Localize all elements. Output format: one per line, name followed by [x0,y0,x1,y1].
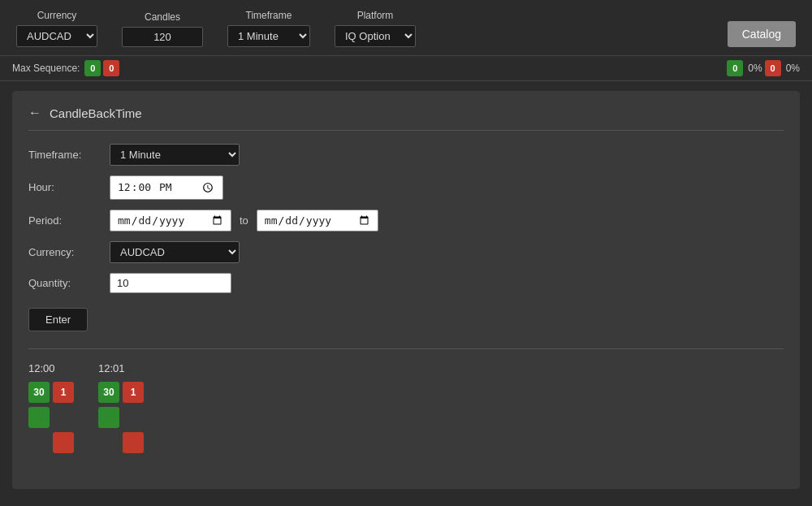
platform-field: Platform IQ Option Binomo [335,10,416,47]
page-title: CandleBackTime [50,106,142,120]
badges-row-1200-bot [28,432,74,453]
form-quantity-label: Quantity: [28,277,102,289]
back-arrow-icon[interactable]: ← [28,106,41,120]
timeframe-select[interactable]: 1 Minute 5 Minutes 15 Minutes [227,25,310,47]
badges-row-1200-mid [28,407,74,428]
badges-row-1201-top: 30 1 [98,382,144,403]
status-badge-red2: 0 [765,60,781,76]
form-currency-select[interactable]: AUDCAD EURUSD GBPUSD [110,241,240,263]
time-block-1201: 12:01 30 1 [98,362,144,453]
currency-field: Currency AUDCAD EURUSD GBPUSD [16,10,97,47]
form-period-label: Period: [28,214,102,227]
status-bar: Max Sequence: 0 0 0 0% 0 0% [0,55,812,81]
form-timeframe-label: Timeframe: [28,149,102,161]
badges-row-1201-mid [98,407,144,428]
badge-1200-red1: 1 [53,382,74,403]
platform-label: Platform [357,10,394,21]
results-row: 12:00 30 1 12:01 30 1 [28,362,784,453]
status-badge-green2: 0 [727,60,743,76]
period-from-input[interactable] [110,210,231,231]
badge-1201-red2 [123,432,144,453]
quantity-input[interactable] [110,273,231,293]
to-text: to [240,214,248,227]
badge-1200-green1: 30 [28,382,50,403]
time-block-1200: 12:00 30 1 [28,362,74,453]
status-badge-red1: 0 [103,60,119,76]
currency-row: Currency: AUDCAD EURUSD GBPUSD [28,241,784,263]
status-right: 0 0% 0 0% [727,60,800,76]
badge-1201-red1: 1 [123,382,144,403]
badge-1201-green2 [98,407,119,428]
timeframe-row: Timeframe: 1 Minute 5 Minutes 15 Minutes [28,144,784,166]
timeframe-field: Timeframe 1 Minute 5 Minutes 15 Minutes [227,10,310,47]
period-to-input[interactable] [257,210,378,231]
form-timeframe-select[interactable]: 1 Minute 5 Minutes 15 Minutes [110,144,240,166]
currency-select[interactable]: AUDCAD EURUSD GBPUSD [16,25,97,47]
form-divider [28,348,784,349]
badges-row-1200-top: 30 1 [28,382,74,403]
timeframe-label: Timeframe [246,10,292,21]
form-currency-label: Currency: [28,246,102,258]
period-row: Period: to [28,210,784,231]
time-label-1201: 12:01 [98,362,144,374]
candles-input[interactable] [122,27,203,47]
platform-select[interactable]: IQ Option Binomo [335,25,416,47]
header-divider [28,130,784,131]
badge-1201-green1: 30 [98,382,119,403]
candles-label: Candles [145,11,180,23]
max-sequence-label: Max Sequence: [12,63,80,74]
badges-row-1201-bot [98,432,144,453]
quantity-row: Quantity: [28,273,784,293]
status-pct1: 0% [748,63,762,74]
badge-1200-red2 [53,432,74,453]
catalog-button[interactable]: Catalog [728,21,796,47]
status-badge-green1: 0 [84,60,101,76]
main-content: ← CandleBackTime Timeframe: 1 Minute 5 M… [12,91,800,489]
hour-row: Hour: [28,175,784,200]
hour-input[interactable] [110,175,223,200]
currency-label: Currency [37,10,77,21]
form-hour-label: Hour: [28,181,102,193]
status-pct2: 0% [786,63,800,74]
candles-field: Candles [122,11,203,47]
top-bar: Currency AUDCAD EURUSD GBPUSD Candles Ti… [0,0,812,55]
page-header: ← CandleBackTime [28,106,784,120]
enter-button[interactable]: Enter [28,308,88,331]
time-label-1200: 12:00 [28,362,74,374]
badge-1200-green2 [28,407,50,428]
